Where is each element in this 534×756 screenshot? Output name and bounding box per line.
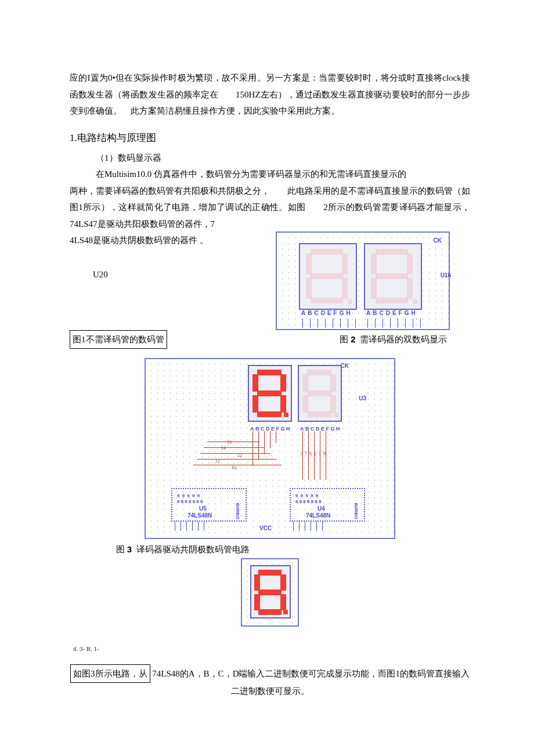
pinrow-right: ABCDEFGH: [366, 308, 418, 319]
pinrow-b: ABCDEFGH: [300, 424, 341, 434]
wire-14: 14: [221, 444, 226, 453]
wire-right-nums: 1 7 6 2 1 8: [300, 450, 326, 458]
figure-1-digit: [241, 558, 299, 627]
wire-ipct: I%: [232, 464, 237, 472]
chip-u5: 9 9 9 9 9 8 8 8 8 8 8 8 U5 74LS48N BI/RB…: [171, 488, 247, 522]
subsection-1-1: （1）数码显示器: [70, 150, 470, 167]
seven-seg-right: [364, 243, 422, 310]
vcc-label: VCC: [259, 523, 272, 534]
chip-u4: 9 9 9 9 9 8 8 8 8 8 8 8 U4 74LS48N BI/RB…: [290, 488, 365, 522]
seven-seg-left: [299, 243, 357, 310]
pinrow-a: ABCDEFGH: [250, 424, 291, 434]
wire-22: 22: [237, 451, 242, 460]
wire-13: 13: [227, 438, 232, 447]
figure-2-caption: 图 2 需译码器的双数码显示: [340, 331, 470, 348]
para-fig3: 如图3所示电路，从 74LS48的A，B，C，D端输入二进制数便可完成显示功能，…: [70, 664, 470, 700]
section-1-title: 1.电路结构与原理图: [70, 129, 470, 147]
footnote: 4. 3- R. 1-: [73, 643, 470, 655]
ck-label: CK: [434, 235, 442, 246]
wire-12: 12: [215, 457, 220, 465]
figure-3-caption: 图 3 译码器驱动共阴极数码管电路: [116, 541, 470, 558]
pinrow-left: ABCDEFGH: [301, 308, 353, 319]
para2-line1: 在Multisim10.0 仿真器件中，数码管分为需要译码器显示的和无需译码直接…: [70, 166, 470, 183]
para2-body: 两种，需要译码器的数码管有共阳极和共阴极之分， 此电路采用的是不需译码直接显示的…: [70, 183, 470, 233]
seven-seg-8: [248, 365, 292, 422]
intro-paragraph: 应的I置为0•但在实际操作时极为繁琐，故不采用。另一方案是：当需要较时时，将分或…: [70, 70, 470, 120]
u16-label: U16: [441, 270, 451, 281]
seven-seg-blank: [298, 365, 342, 422]
figure-1-caption: 图1不需译码管的数码管: [70, 330, 167, 349]
figure-3: CK U3: [145, 358, 395, 539]
u3-label: U3: [359, 393, 366, 404]
figure-2: CK U16: [276, 231, 470, 330]
